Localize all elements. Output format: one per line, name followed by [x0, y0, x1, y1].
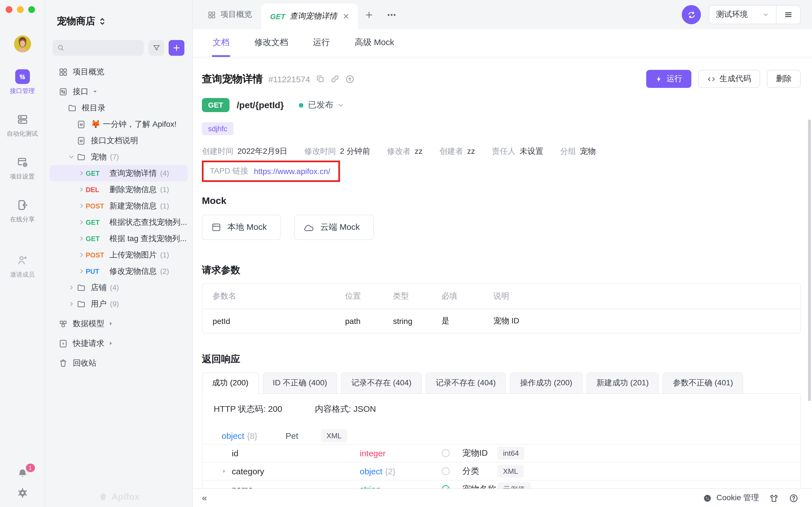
store-button[interactable] — [769, 493, 779, 503]
params-header-cell: 类型 — [393, 291, 442, 301]
doc-nav-tab[interactable]: 文档 — [212, 29, 230, 57]
tree-caret-icon[interactable] — [77, 252, 86, 258]
doc-nav-tab[interactable]: 修改文档 — [254, 29, 289, 57]
status-chevron-icon[interactable] — [338, 101, 345, 109]
response-tab[interactable]: 新建成功 (201) — [587, 372, 659, 394]
tree-item-post-上传宠物图片[interactable]: POST上传宠物图片(1) — [50, 247, 188, 263]
tree-item--一分钟-了解-Apifox-[interactable]: M🦊 一分钟，了解 Apifox! — [50, 116, 188, 132]
environment-selector[interactable]: 测试环境 — [709, 10, 776, 20]
tree-caret-icon[interactable] — [77, 186, 86, 193]
tree-caret-icon[interactable] — [77, 268, 86, 274]
tree-item-put-修改宠物信息[interactable]: PUT修改宠物信息(2) — [50, 263, 188, 279]
delete-button[interactable]: 删除 — [767, 70, 801, 88]
schema-field-row[interactable]: idinteger宠物IDint64 — [202, 444, 800, 462]
params-header-cell: 位置 — [345, 291, 393, 301]
doc-nav-tab[interactable]: 运行 — [312, 29, 331, 57]
caret-right-icon[interactable] — [108, 341, 113, 346]
tree-item-宠物[interactable]: 宠物(7) — [50, 149, 188, 165]
plus-icon — [365, 10, 373, 19]
help-button[interactable] — [789, 493, 799, 503]
more-tabs-button[interactable]: ⋯ — [380, 9, 404, 20]
tree-caret-icon[interactable] — [77, 170, 86, 176]
tree-caret-icon[interactable] — [77, 219, 86, 225]
close-tab-icon[interactable]: ✕ — [343, 12, 349, 21]
rail-item-label: 邀请成员 — [10, 270, 35, 279]
chevron-down-icon[interactable] — [93, 89, 98, 94]
rail-item-automated-testing[interactable]: 自动化测试 — [7, 112, 38, 138]
tree-item-用户[interactable]: 用户(9) — [50, 296, 188, 312]
response-tab[interactable]: 记录不存在 (404) — [341, 372, 421, 394]
search-icon — [57, 44, 65, 52]
meta-value: 未设置 — [520, 147, 543, 157]
tree-caret-icon[interactable] — [66, 284, 75, 291]
tree-caret-icon[interactable] — [77, 235, 86, 242]
tree-item-get-查询宠物详情[interactable]: GET查询宠物详情(4) — [50, 165, 188, 181]
api-path: /pet/{petId} — [237, 100, 284, 110]
rail-item-project-settings[interactable]: 项目设置 — [10, 155, 35, 181]
response-tab[interactable]: 成功 (200) — [202, 372, 259, 394]
vertical-scrollbar[interactable] — [808, 119, 811, 401]
generate-code-button[interactable]: 生成代码 — [698, 70, 760, 88]
schema-root-row[interactable]: object {8} Pet XML — [202, 427, 800, 444]
new-tab-button[interactable] — [358, 10, 380, 19]
response-tab[interactable]: 操作成功 (200) — [510, 372, 582, 394]
user-avatar[interactable] — [14, 36, 31, 52]
tapd-link[interactable]: https://www.apifox.cn/ — [254, 167, 330, 176]
tree-caret-icon[interactable] — [77, 203, 86, 209]
tree-caret-icon[interactable] — [66, 154, 75, 160]
rail-item-api-management[interactable]: 接口管理 — [10, 69, 35, 95]
tree-item-del-删除宠物信息[interactable]: DEL删除宠物信息(1) — [50, 181, 188, 198]
run-button[interactable]: 运行 — [646, 70, 691, 88]
tab-api-detail[interactable]: GET 查询宠物详情 ✕ — [261, 3, 358, 29]
caret-right-icon[interactable] — [108, 321, 113, 326]
filter-button[interactable] — [148, 40, 164, 56]
copy-id-icon[interactable] — [316, 74, 325, 83]
maximize-window-button[interactable] — [28, 6, 35, 13]
sync-button[interactable] — [682, 5, 701, 24]
response-tab[interactable]: 记录不存在 (404) — [425, 372, 506, 394]
share-icon[interactable] — [345, 74, 355, 83]
collapse-sidebar-button[interactable]: « — [202, 493, 207, 503]
search-input[interactable] — [52, 40, 144, 56]
model-icon — [57, 319, 69, 328]
tree-item-接口文档说明[interactable]: M接口文档说明 — [50, 132, 188, 149]
tree-item-接口[interactable]: 接口 — [50, 83, 188, 100]
tree-item-get-根据-tag-查找宠物列-[interactable]: GET根据 tag 查找宠物列... — [50, 230, 188, 247]
rail-item-online-share[interactable]: 在线分享 — [10, 198, 35, 224]
responses-heading: 返回响应 — [202, 353, 801, 365]
invite-member-button[interactable]: 邀请成员 — [10, 253, 35, 279]
schema-field-row[interactable]: categoryobject{2}分类XML — [202, 462, 800, 480]
tree-caret-icon[interactable] — [66, 301, 75, 307]
method-label: GET — [86, 235, 109, 242]
tree-item-post-新建宠物信息[interactable]: POST新建宠物信息(1) — [50, 198, 188, 214]
project-switcher[interactable]: 宠物商店 — [45, 0, 192, 27]
local-mock-button[interactable]: 本地 Mock — [202, 215, 281, 240]
api-tag[interactable]: sdjhfc — [202, 122, 234, 135]
cloud-mock-button[interactable]: 云端 Mock — [294, 215, 374, 240]
close-window-button[interactable] — [6, 6, 12, 13]
response-tab[interactable]: ID 不正确 (400) — [262, 372, 337, 394]
add-button[interactable] — [168, 40, 185, 56]
environment-menu-button[interactable] — [776, 6, 800, 24]
expand-caret-icon[interactable] — [221, 468, 232, 474]
settings-button[interactable] — [16, 487, 29, 499]
response-tab[interactable]: 参数不正确 (401) — [663, 372, 743, 394]
tab-project-overview[interactable]: 项目概览 — [199, 10, 261, 20]
tree-item-回收站[interactable]: 回收站 — [50, 355, 188, 371]
params-header-row: 参数名位置类型必填说明 — [202, 284, 800, 309]
tree-item-项目概览[interactable]: 项目概览 — [50, 64, 188, 80]
minimize-window-button[interactable] — [17, 6, 24, 13]
tree-item-数据模型[interactable]: 数据模型 — [50, 316, 188, 332]
tree-item-get-根据状态查找宠物列-[interactable]: GET根据状态查找宠物列... — [50, 214, 188, 230]
meta-label: 创建者 — [440, 147, 463, 157]
tree-item-根目录[interactable]: 根目录 — [50, 100, 188, 116]
notifications-button[interactable]: 1 — [16, 467, 29, 480]
copy-link-icon[interactable] — [331, 74, 340, 83]
doc-nav-tab[interactable]: 高级 Mock — [354, 29, 395, 57]
tree-item-label: 接口 — [73, 87, 89, 97]
meta-label: 分组 — [560, 147, 576, 157]
cookie-manager-button[interactable]: Cookie 管理 — [702, 493, 759, 503]
tree-item-店铺[interactable]: 店铺(4) — [50, 279, 188, 296]
meta-value: 2022年2月9日 — [238, 147, 287, 157]
tree-item-快捷请求[interactable]: 快捷请求 — [50, 335, 188, 351]
